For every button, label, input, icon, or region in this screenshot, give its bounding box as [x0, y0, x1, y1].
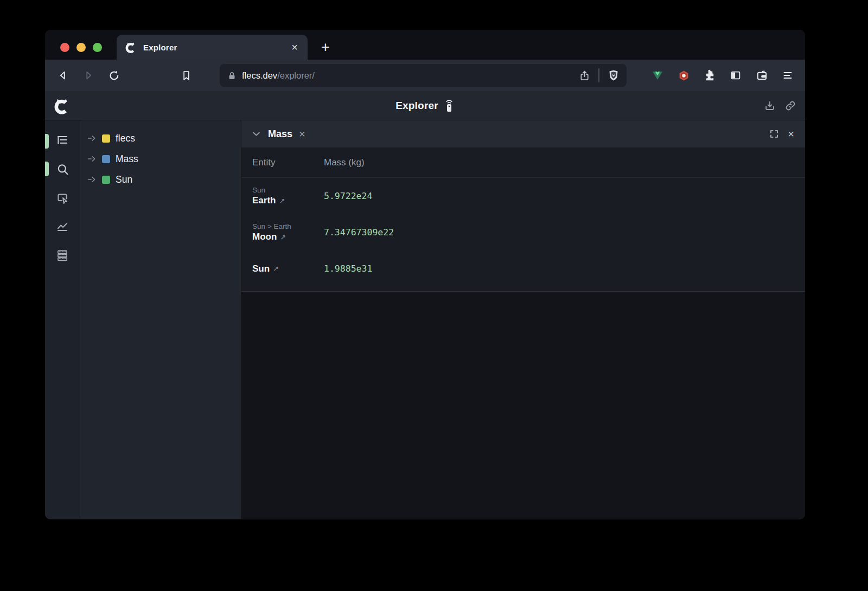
app-title-group: Explorer	[45, 98, 805, 113]
external-link-icon[interactable]: ↗	[280, 233, 286, 241]
column-header-entity: Entity	[252, 157, 324, 168]
table-row[interactable]: Sun ↗ 1.9885e31	[241, 250, 805, 287]
tree-item-sun[interactable]: Sun	[80, 169, 241, 190]
fullscreen-icon[interactable]	[769, 129, 779, 139]
reload-button[interactable]	[105, 66, 123, 85]
back-button[interactable]	[54, 66, 72, 85]
tree-item-label[interactable]: Mass	[116, 153, 138, 165]
minimize-window-button[interactable]	[76, 43, 86, 52]
query-panel: Mass × × Entity Mass (kg)	[241, 120, 805, 519]
entity-color-swatch	[102, 176, 110, 184]
desktop-background: Explorer × +	[0, 0, 868, 591]
mass-value: 5.9722e24	[324, 191, 372, 201]
table-row[interactable]: Sun Earth ↗ 5.9722e24	[241, 178, 805, 214]
expand-arrow-icon[interactable]	[88, 176, 97, 183]
page-title: Explorer	[395, 100, 438, 112]
forward-button[interactable]	[79, 66, 98, 85]
tab-title: Explorer	[143, 43, 289, 52]
active-indicator	[45, 162, 49, 176]
new-tab-button[interactable]: +	[316, 38, 335, 56]
browser-toolbar: flecs.dev/explorer/	[45, 60, 805, 91]
inspector-icon[interactable]	[53, 189, 72, 207]
wallet-icon[interactable]	[754, 68, 769, 83]
external-link-icon[interactable]: ↗	[279, 197, 285, 205]
divider	[598, 68, 599, 82]
browser-window: Explorer × +	[45, 30, 805, 519]
query-panel-header: Mass × ×	[241, 120, 805, 147]
close-window-button[interactable]	[60, 43, 69, 52]
search-icon[interactable]	[53, 160, 72, 178]
query-title: Mass	[268, 129, 292, 140]
icon-sidebar	[45, 120, 80, 519]
query-close-icon[interactable]: ×	[299, 129, 305, 139]
mass-value: 1.9885e31	[324, 264, 372, 274]
mass-value: 7.34767309e22	[324, 227, 394, 237]
traffic-lights	[60, 43, 102, 52]
entity-color-swatch	[102, 155, 110, 163]
vue-devtools-icon[interactable]	[650, 68, 665, 83]
expand-arrow-icon[interactable]	[88, 134, 97, 142]
table-row[interactable]: Sun > Earth Moon ↗ 7.34767309e22	[241, 214, 805, 250]
main-content: flecs Mass	[45, 120, 805, 519]
tab-strip: Explorer × +	[45, 30, 805, 60]
tree-item-label[interactable]: Sun	[116, 174, 132, 185]
entity-tree-panel: flecs Mass	[80, 120, 241, 519]
browser-tab[interactable]: Explorer ×	[117, 35, 308, 60]
puzzle-extensions-icon[interactable]	[702, 68, 717, 83]
menu-icon[interactable]	[780, 68, 795, 83]
chart-icon[interactable]	[53, 217, 72, 236]
expand-arrow-icon[interactable]	[88, 155, 97, 163]
flecs-favicon-icon	[124, 41, 137, 54]
external-link-icon[interactable]: ↗	[273, 265, 279, 273]
remote-connection-icon[interactable]	[444, 98, 455, 113]
share-icon[interactable]	[577, 68, 592, 83]
tree-view-icon[interactable]	[53, 131, 72, 150]
sidebar-toggle-icon[interactable]	[728, 68, 743, 83]
tab-close-icon[interactable]: ×	[289, 41, 300, 54]
query-panel-empty-area	[241, 292, 805, 519]
entity-link[interactable]: Earth	[252, 195, 276, 206]
brave-shield-icon[interactable]	[606, 68, 621, 83]
extensions-row	[650, 68, 796, 83]
url-bar[interactable]: flecs.dev/explorer/	[220, 64, 627, 87]
collapse-chevron-icon[interactable]	[252, 131, 260, 137]
entity-link[interactable]: Moon	[252, 232, 277, 242]
entity-link[interactable]: Sun	[252, 264, 270, 274]
entity-parent-path: Sun	[252, 186, 324, 194]
tree-item-label[interactable]: flecs	[116, 133, 135, 144]
memory-icon[interactable]	[53, 246, 72, 265]
url-path: /explorer/	[277, 70, 315, 81]
panel-close-icon[interactable]: ×	[788, 129, 794, 139]
entity-parent-path: Sun > Earth	[252, 222, 324, 230]
column-header-mass: Mass (kg)	[324, 157, 365, 168]
active-indicator	[45, 134, 49, 149]
url-domain: flecs.dev	[242, 70, 277, 81]
entity-color-swatch	[102, 134, 110, 143]
app-header: Explorer	[45, 91, 805, 120]
bookmark-icon[interactable]	[177, 66, 195, 85]
table-header: Entity Mass (kg)	[241, 147, 805, 178]
hexagon-extension-icon[interactable]	[676, 68, 691, 83]
maximize-window-button[interactable]	[93, 43, 102, 52]
lock-icon	[227, 71, 237, 80]
tree-item-flecs[interactable]: flecs	[80, 128, 241, 149]
table-rows: Sun Earth ↗ 5.9722e24 Sun > Earth	[241, 178, 805, 292]
tree-item-mass[interactable]: Mass	[80, 149, 241, 169]
